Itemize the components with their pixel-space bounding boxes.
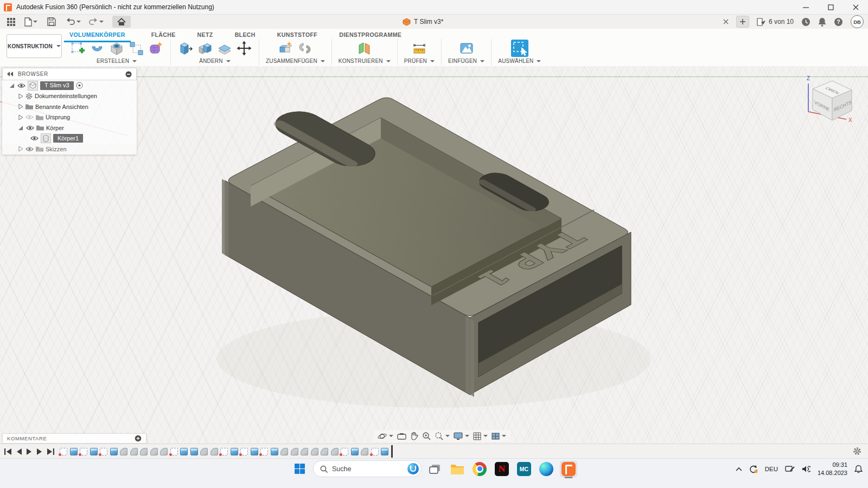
tree-row-named-views[interactable]: Benannte Ansichten <box>2 101 137 112</box>
press-pull-icon[interactable] <box>177 40 194 56</box>
timeline-feature-fillet[interactable] <box>311 448 318 455</box>
pen-display-icon[interactable] <box>785 465 795 473</box>
timeline-feature-extrude[interactable] <box>90 448 98 455</box>
new-component-icon[interactable] <box>277 40 293 56</box>
orbit-tool[interactable] <box>378 432 393 441</box>
home-view-button[interactable] <box>112 16 131 28</box>
play-button[interactable] <box>27 448 32 455</box>
file-explorer-icon[interactable] <box>449 461 466 477</box>
timeline-feature-fillet[interactable] <box>120 448 127 455</box>
edge-icon[interactable] <box>538 461 555 477</box>
timeline-feature-extrude[interactable] <box>180 448 188 455</box>
timeline-feature-fillet[interactable] <box>361 448 368 455</box>
move-icon[interactable] <box>236 40 252 56</box>
timeline-position-marker[interactable] <box>391 445 393 458</box>
pattern-icon[interactable] <box>128 40 144 56</box>
undo-caret[interactable] <box>76 21 81 23</box>
timeline-feature-fillet[interactable] <box>301 448 308 455</box>
timeline-feature-fillet[interactable] <box>140 448 148 455</box>
sync-icon[interactable] <box>749 465 758 473</box>
tree-row-sketches[interactable]: Skizzen <box>2 144 137 155</box>
save-button[interactable] <box>45 16 58 28</box>
timeline-feature-sketch[interactable] <box>371 448 379 455</box>
viewcube[interactable]: Z X OBEN VORNE RECHTS <box>796 69 864 129</box>
tree-row-document-settings[interactable]: Dokumenteinstellungen <box>2 91 137 102</box>
timeline-feature-sketch[interactable] <box>260 448 268 455</box>
timeline-feature-extrude[interactable] <box>110 448 118 455</box>
start-button[interactable] <box>291 461 308 477</box>
maximize-button[interactable] <box>818 0 843 14</box>
mediacenter-icon[interactable]: MC <box>515 461 533 477</box>
timeline-feature-fillet[interactable] <box>160 448 168 455</box>
tree-row-origin[interactable]: Ursprung <box>2 112 137 123</box>
group-label-konstruieren[interactable]: KONSTRUIEREN <box>339 58 391 64</box>
comments-panel[interactable]: KOMMENTARE <box>2 433 146 444</box>
timeline-settings-gear-icon[interactable] <box>853 447 861 455</box>
bing-chat-icon[interactable] <box>407 463 419 474</box>
create-form-icon[interactable] <box>148 40 164 56</box>
redo-caret[interactable] <box>99 21 104 23</box>
job-status[interactable]: 6 von 10 <box>757 18 794 26</box>
user-avatar[interactable]: DB <box>851 15 864 28</box>
timeline-feature-fillet[interactable] <box>291 448 298 455</box>
panel-options-icon[interactable] <box>125 71 132 78</box>
grid-settings-tool[interactable] <box>473 432 488 440</box>
timeline-feature-extrude[interactable] <box>381 448 388 455</box>
offset-face-icon[interactable] <box>216 40 233 56</box>
notifications-bell-icon[interactable] <box>818 17 826 27</box>
timeline-feature-sketch[interactable] <box>220 448 228 455</box>
tree-row-root[interactable]: T Slim v3 <box>2 80 137 91</box>
create-sketch-icon[interactable] <box>69 40 86 56</box>
tree-row-bodies[interactable]: Körper <box>2 123 137 133</box>
file-menu-button[interactable] <box>22 16 40 28</box>
caret-collapsed-icon[interactable] <box>18 93 23 99</box>
eye-hidden-icon[interactable] <box>25 114 34 120</box>
measure-icon[interactable] <box>411 40 427 56</box>
pan-tool[interactable] <box>410 432 418 440</box>
viewcube-cube[interactable] <box>813 81 852 120</box>
group-label-auswaehlen[interactable]: AUSWÄHLEN <box>498 58 541 64</box>
eye-icon[interactable] <box>25 146 34 152</box>
construction-plane-icon[interactable] <box>356 40 373 56</box>
redo-button[interactable] <box>86 16 106 28</box>
go-to-end-button[interactable] <box>47 448 54 455</box>
step-forward-button[interactable] <box>37 448 42 455</box>
collapse-panel-icon[interactable] <box>7 72 14 76</box>
tray-expand-chevron[interactable] <box>736 467 742 471</box>
caret-collapsed-icon[interactable] <box>18 104 23 110</box>
timeline-feature-sketch[interactable] <box>341 448 348 455</box>
tray-notifications-icon[interactable] <box>854 465 863 473</box>
insert-canvas-icon[interactable] <box>458 40 475 56</box>
timeline-feature-extrude[interactable] <box>351 448 359 455</box>
timeline-feature-extrude[interactable] <box>251 448 258 455</box>
undo-button[interactable] <box>63 16 83 28</box>
caret-collapsed-icon[interactable] <box>18 114 23 120</box>
group-label-pruefen[interactable]: PRÜFEN <box>404 58 435 64</box>
recent-icon[interactable] <box>801 17 810 27</box>
timeline-feature-fillet[interactable] <box>321 448 328 455</box>
timeline-feature-extrude[interactable] <box>190 448 198 455</box>
viewport-canvas[interactable]: TYP 1 BROWSER T Slim v3 Dokumenteinstell… <box>0 66 868 444</box>
combine-icon[interactable] <box>197 40 213 56</box>
look-at-tool[interactable] <box>397 433 406 440</box>
fusion-taskbar-icon[interactable] <box>560 461 577 477</box>
timeline-feature-extrude[interactable] <box>231 448 238 455</box>
chrome-icon[interactable] <box>471 461 488 477</box>
joint-icon[interactable] <box>297 40 313 56</box>
revolve-icon[interactable] <box>89 40 105 56</box>
body1-label[interactable]: Körper1 <box>53 134 83 143</box>
group-label-aendern[interactable]: ÄNDERN <box>199 58 230 64</box>
group-label-zusammenfuegen[interactable]: ZUSAMMENFÜGEN <box>266 58 325 64</box>
timeline-feature-sketch[interactable] <box>80 448 87 455</box>
root-node-label[interactable]: T Slim v3 <box>40 81 74 90</box>
help-icon[interactable]: ? <box>834 17 843 27</box>
timeline-feature-fillet[interactable] <box>130 448 138 455</box>
timeline-feature-fillet[interactable] <box>331 448 339 455</box>
timeline-feature-fillet[interactable] <box>280 448 288 455</box>
minimize-button[interactable] <box>793 0 818 14</box>
activate-radio-icon[interactable] <box>76 82 83 89</box>
tab-close-icon[interactable] <box>723 19 729 24</box>
new-tab-button[interactable] <box>736 16 749 28</box>
browser-header[interactable]: BROWSER <box>2 68 137 80</box>
step-back-button[interactable] <box>16 448 22 455</box>
